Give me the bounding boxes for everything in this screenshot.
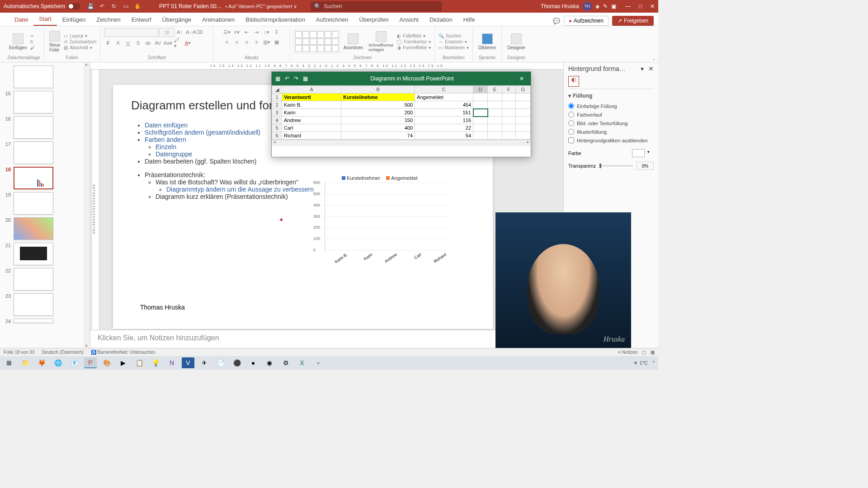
explorer-icon[interactable]: 📁 bbox=[19, 357, 32, 368]
record-button[interactable]: ●Aufzeichnen bbox=[564, 16, 609, 26]
data-row-6[interactable]: 6Richard7454 bbox=[272, 132, 531, 140]
redo-icon[interactable]: ↻ bbox=[110, 3, 118, 10]
vlc-icon[interactable]: ▶ bbox=[117, 357, 129, 368]
view-sorter-icon[interactable]: ▦ bbox=[651, 350, 655, 355]
notes-toggle[interactable]: ≡ Notizen bbox=[618, 350, 637, 355]
shape-fill-button[interactable]: ◐ Fülleffekt ▾ bbox=[397, 33, 431, 38]
system-tray[interactable]: ☀ 1°C ⌃ bbox=[633, 360, 656, 366]
language-indicator[interactable]: Deutsch (Österreich) bbox=[42, 350, 83, 355]
pen-icon[interactable]: ✎ bbox=[603, 3, 608, 9]
col-E[interactable]: E bbox=[488, 86, 502, 94]
data-window-titlebar[interactable]: ▦ ↶ ↷ ▦ Diagramm in Microsoft PowerPoint… bbox=[272, 72, 531, 85]
highlight-button[interactable]: 🖍▾ bbox=[174, 39, 182, 47]
share-button[interactable]: ↗Freigeben bbox=[612, 16, 654, 26]
data-window-close-icon[interactable]: ✕ bbox=[516, 75, 527, 82]
obs-icon[interactable]: ⚫ bbox=[231, 357, 243, 368]
indent-more-button[interactable]: ⇥ bbox=[253, 28, 261, 36]
maximize-icon[interactable]: □ bbox=[639, 3, 642, 9]
shape-effects-button[interactable]: ◑ Formeffekte ▾ bbox=[397, 45, 431, 50]
collapse-ribbon-icon[interactable]: ⌄ bbox=[652, 56, 656, 61]
tab-slideshow[interactable]: Bildschirmpräsentation bbox=[240, 14, 311, 26]
tab-insert[interactable]: Einfügen bbox=[57, 14, 91, 26]
columns-button[interactable]: ▥▾ bbox=[263, 38, 271, 46]
opt-solid-fill[interactable]: Einfarbige Füllung bbox=[568, 102, 654, 110]
text-direction-button[interactable]: ↧ bbox=[273, 28, 281, 36]
diamond-icon[interactable]: ◈ bbox=[595, 3, 599, 9]
new-slide-button[interactable]: Neue Folie bbox=[47, 30, 62, 53]
minimize-icon[interactable]: — bbox=[625, 3, 631, 9]
opt-gradient-fill[interactable]: Farbverlauf bbox=[568, 110, 654, 119]
data-row-2[interactable]: 2Karin B.500454 bbox=[272, 101, 531, 109]
save-status[interactable]: • Auf "diesem PC" gespeichert ∨ bbox=[226, 4, 297, 9]
line-spacing-button[interactable]: ↕▾ bbox=[263, 28, 271, 36]
powerpoint-icon[interactable]: P bbox=[84, 357, 97, 368]
thumb-20[interactable]: 20 bbox=[0, 216, 90, 241]
tab-file[interactable]: Datei bbox=[9, 14, 33, 26]
designer-button[interactable]: Designer bbox=[505, 33, 527, 51]
app-icon-2[interactable]: 📋 bbox=[133, 357, 146, 368]
tab-design[interactable]: Entwurf bbox=[126, 14, 157, 26]
fill-section-header[interactable]: ▾ Füllung bbox=[568, 93, 654, 99]
comments-icon[interactable]: 💬 bbox=[553, 18, 560, 24]
underline-button[interactable]: U bbox=[124, 39, 132, 47]
opt-pattern-fill[interactable]: Musterfüllung bbox=[568, 127, 654, 136]
chart-data-window[interactable]: ▦ ↶ ↷ ▦ Diagramm in Microsoft PowerPoint… bbox=[271, 71, 531, 157]
document-title[interactable]: PPT 01 Roter Faden 00… bbox=[159, 3, 222, 9]
thumb-21[interactable]: 21 bbox=[0, 241, 90, 267]
spacing-button[interactable]: AV bbox=[154, 39, 162, 47]
select-all-corner[interactable]: ◢ bbox=[272, 86, 282, 94]
opt-picture-fill[interactable]: Bild- oder Texturfüllung bbox=[568, 119, 654, 127]
tab-review[interactable]: Überprüfen bbox=[354, 14, 394, 26]
tab-help[interactable]: Hilfe bbox=[458, 14, 481, 26]
accessibility-check[interactable]: ♿ Barrierefreiheit: Untersuchen bbox=[91, 350, 156, 355]
slide-counter[interactable]: Folie 18 von 33 bbox=[4, 350, 34, 355]
clear-format-icon[interactable]: A⌫ bbox=[193, 28, 202, 36]
justify-button[interactable]: ≡ bbox=[253, 38, 261, 46]
font-color-button[interactable]: A▾ bbox=[184, 39, 192, 47]
search-box[interactable]: 🔍 Suchen bbox=[311, 1, 442, 11]
font-name-combo[interactable] bbox=[104, 28, 158, 37]
thumb-15[interactable]: 15 bbox=[0, 89, 90, 115]
quick-styles-button[interactable]: Schnellformat vorlagen bbox=[367, 30, 395, 53]
dw-view-icon[interactable]: ▦ bbox=[303, 75, 308, 82]
start-button[interactable]: ⊞ bbox=[3, 357, 15, 368]
shape-outline-button[interactable]: ◯ Formkontur ▾ bbox=[397, 39, 431, 44]
col-G[interactable]: G bbox=[515, 86, 531, 94]
align-right-button[interactable]: ≡ bbox=[243, 38, 251, 46]
chrome-icon[interactable]: 🌐 bbox=[52, 357, 64, 368]
section-button[interactable]: ▤ Abschnitt ▾ bbox=[64, 45, 96, 50]
telegram-icon[interactable]: ✈ bbox=[198, 357, 211, 368]
autosave-switch[interactable] bbox=[68, 3, 80, 9]
bold-button[interactable]: F bbox=[104, 39, 112, 47]
data-window-hscroll[interactable] bbox=[272, 140, 531, 146]
transparency-value[interactable]: 0% bbox=[637, 162, 654, 170]
align-center-button[interactable]: ≡ bbox=[233, 38, 241, 46]
col-F[interactable]: F bbox=[502, 86, 515, 94]
selected-cell-D3[interactable] bbox=[473, 109, 488, 117]
tab-draw[interactable]: Zeichnen bbox=[91, 14, 126, 26]
app-icon-5[interactable]: 📄 bbox=[214, 357, 227, 368]
cut-button[interactable]: ✂ bbox=[30, 33, 35, 38]
app-icon-4[interactable]: V bbox=[182, 357, 194, 368]
weather-widget[interactable]: ☀ 1°C bbox=[633, 360, 648, 366]
color-swatch[interactable] bbox=[632, 149, 645, 157]
app-icon-7[interactable]: ◉ bbox=[263, 357, 276, 368]
tab-dictation[interactable]: Dictation bbox=[424, 14, 458, 26]
smartart-button[interactable]: ▦ bbox=[273, 38, 281, 46]
undo-icon[interactable]: ↶ bbox=[99, 3, 106, 10]
bullets-button[interactable]: ☰▾ bbox=[223, 28, 231, 36]
dw-redo-icon[interactable]: ↷ bbox=[294, 75, 298, 82]
tab-animations[interactable]: Animationen bbox=[197, 14, 240, 26]
thumb-23[interactable]: 23 bbox=[0, 292, 90, 317]
dw-undo-icon[interactable]: ↶ bbox=[285, 75, 289, 82]
strike-button[interactable]: S bbox=[134, 39, 142, 47]
app-icon-3[interactable]: 💡 bbox=[149, 357, 162, 368]
thumb-17[interactable]: 17 bbox=[0, 140, 90, 165]
user-avatar[interactable]: TH bbox=[583, 2, 592, 11]
increase-font-icon[interactable]: A↑ bbox=[175, 28, 184, 36]
firefox-icon[interactable]: 🦊 bbox=[35, 357, 48, 368]
case-button[interactable]: Aa▾ bbox=[164, 39, 172, 47]
thumb-14[interactable] bbox=[0, 64, 90, 89]
opt-hide-bg[interactable]: Hintergrundgrafiken ausblenden bbox=[568, 136, 654, 145]
reset-button[interactable]: ↺ Zurücksetzen bbox=[64, 39, 96, 44]
